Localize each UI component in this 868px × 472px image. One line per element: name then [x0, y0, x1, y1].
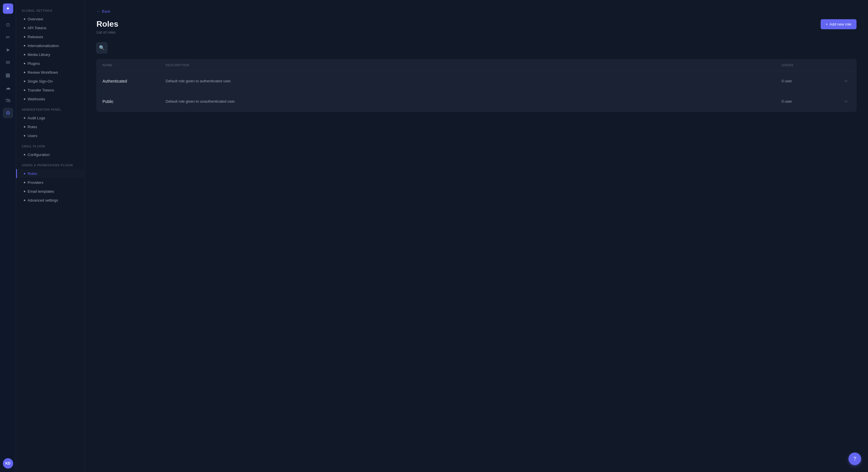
- col-actions-header: [833, 63, 850, 67]
- dot-icon: [24, 173, 25, 174]
- back-arrow-icon: ←: [96, 9, 100, 13]
- dot-icon: [24, 98, 25, 100]
- sidebar-item-label: Roles: [28, 125, 37, 129]
- sidebar-item-label: Releases: [28, 35, 43, 39]
- sidebar-item-releases[interactable]: Releases: [16, 32, 85, 41]
- content-area: ← Back Roles List of roles + Add new rol…: [85, 0, 868, 472]
- nav-sidebar: Global Settings Overview API Tokens Rele…: [16, 0, 85, 472]
- role-description: Default role given to unauthenticated us…: [166, 99, 782, 103]
- edit-role-button[interactable]: ✏: [842, 97, 850, 106]
- dot-icon: [24, 200, 25, 201]
- mail-icon[interactable]: ✉: [3, 57, 13, 68]
- sidebar-item-label: Email templates: [28, 189, 54, 194]
- table-header: Name Description Users: [97, 59, 856, 71]
- sidebar-item-label: Overview: [28, 17, 43, 21]
- help-icon: ?: [854, 456, 856, 462]
- sidebar-item-label: API Tokens: [28, 26, 46, 30]
- sidebar-item-label: Advanced settings: [28, 198, 58, 202]
- sidebar-item-plugins[interactable]: Plugins: [16, 59, 85, 68]
- sidebar-item-up-advanced-settings[interactable]: Advanced settings: [16, 196, 85, 205]
- dot-icon: [24, 191, 25, 192]
- role-name: Authenticated: [102, 79, 166, 83]
- search-button[interactable]: 🔍: [96, 42, 107, 53]
- sidebar-item-api-tokens[interactable]: API Tokens: [16, 24, 85, 32]
- add-btn-label: Add new role: [830, 22, 851, 26]
- icon-sidebar: ✦ ⊙ ✏ ➤ ✉ ▦ ☁ 🛍 ⚙ KD: [0, 0, 16, 472]
- dot-icon: [24, 80, 25, 82]
- sidebar-item-label: Providers: [28, 180, 43, 185]
- sidebar-item-label: Users: [28, 134, 37, 138]
- dot-icon: [24, 126, 25, 128]
- sidebar-item-roles[interactable]: Roles: [16, 123, 85, 131]
- sidebar-item-users[interactable]: Users: [16, 131, 85, 140]
- edit-role-button[interactable]: ✏: [842, 77, 850, 86]
- dot-icon: [24, 154, 25, 156]
- dot-icon: [24, 45, 25, 46]
- add-new-role-button[interactable]: + Add new role: [820, 19, 857, 29]
- settings-icon[interactable]: ⚙: [3, 108, 13, 118]
- sidebar-item-up-providers[interactable]: Providers: [16, 178, 85, 187]
- help-button[interactable]: ?: [848, 452, 861, 465]
- sidebar-item-label: Plugins: [28, 61, 40, 66]
- admin-panel-label: Administration Panel: [16, 103, 85, 113]
- sidebar-item-label: Media Library: [28, 53, 50, 57]
- sidebar-item-label: Roles: [28, 171, 37, 176]
- users-permissions-label: Users & Permissions Plugin: [16, 159, 85, 169]
- sidebar-item-review-workflows[interactable]: Review Workflows: [16, 68, 85, 77]
- role-description: Default role given to authenticated user…: [166, 79, 782, 83]
- sidebar-item-label: Transfer Tokens: [28, 88, 54, 92]
- dot-icon: [24, 36, 25, 38]
- sidebar-item-internationalization[interactable]: Internationalization: [16, 41, 85, 50]
- sidebar-item-label: Internationalization: [28, 43, 59, 48]
- table-row: Public Default role given to unauthentic…: [97, 92, 856, 111]
- dot-icon: [24, 19, 25, 20]
- send-icon[interactable]: ➤: [3, 45, 13, 55]
- table-row: Authenticated Default role given to auth…: [97, 71, 856, 92]
- sidebar-item-audit-logs[interactable]: Audit Logs: [16, 113, 85, 123]
- page-subtitle: List of roles: [96, 30, 118, 34]
- role-actions: ✏: [833, 97, 850, 106]
- email-plugin-label: Email Plugin: [16, 140, 85, 150]
- col-users-header: Users: [782, 63, 833, 67]
- back-link[interactable]: ← Back: [96, 9, 857, 13]
- search-bar: 🔍: [96, 42, 857, 53]
- sidebar-item-label: Webhooks: [28, 97, 45, 101]
- sidebar-item-transfer-tokens[interactable]: Transfer Tokens: [16, 86, 85, 95]
- sidebar-item-label: Review Workflows: [28, 70, 58, 74]
- dot-icon: [24, 72, 25, 73]
- page-title-block: Roles List of roles: [96, 19, 118, 34]
- user-avatar[interactable]: KD: [3, 458, 13, 469]
- dot-icon: [24, 135, 25, 136]
- cart-icon[interactable]: 🛍: [3, 95, 13, 105]
- sidebar-item-media-library[interactable]: Media Library: [16, 50, 85, 59]
- page-header: Roles List of roles + Add new role: [96, 19, 857, 34]
- sidebar-item-label: Audit Logs: [28, 116, 45, 120]
- back-label: Back: [102, 9, 110, 13]
- sidebar-item-up-roles[interactable]: Roles: [16, 169, 85, 178]
- role-actions: ✏: [833, 77, 850, 86]
- layout-icon[interactable]: ▦: [3, 70, 13, 80]
- sidebar-item-webhooks[interactable]: Webhooks: [16, 95, 85, 103]
- roles-table: Name Description Users Authenticated Def…: [96, 59, 857, 112]
- role-name: Public: [102, 99, 166, 104]
- sidebar-item-overview[interactable]: Overview: [16, 14, 85, 24]
- home-icon[interactable]: ⊙: [3, 20, 13, 30]
- sidebar-item-email-configuration[interactable]: Configuration: [16, 150, 85, 159]
- main-content: ← Back Roles List of roles + Add new rol…: [85, 0, 868, 472]
- role-users-count: 0 user: [782, 99, 833, 103]
- sidebar-item-label: Single Sign-On: [28, 79, 53, 83]
- sidebar-item-up-email-templates[interactable]: Email templates: [16, 187, 85, 196]
- dot-icon: [24, 27, 25, 29]
- dot-icon: [24, 63, 25, 64]
- app-logo[interactable]: ✦: [3, 3, 13, 14]
- global-settings-label: Global Settings: [16, 5, 85, 14]
- pen-icon[interactable]: ✏: [3, 32, 13, 42]
- col-name-header: Name: [102, 63, 166, 67]
- col-description-header: Description: [166, 63, 782, 67]
- page-title: Roles: [96, 19, 118, 29]
- dot-icon: [24, 90, 25, 91]
- sidebar-item-label: Configuration: [28, 153, 50, 157]
- plus-icon: +: [826, 22, 828, 26]
- sidebar-item-single-sign-on[interactable]: Single Sign-On: [16, 77, 85, 86]
- cloud-icon[interactable]: ☁: [3, 82, 13, 93]
